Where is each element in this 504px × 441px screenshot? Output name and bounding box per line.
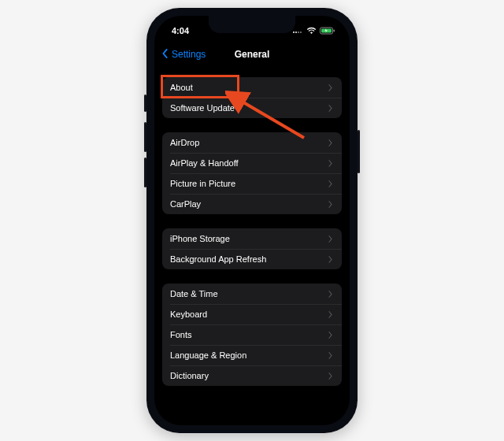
chevron-right-icon	[327, 84, 334, 91]
chevron-right-icon	[327, 201, 334, 208]
battery-charging-icon	[320, 27, 335, 35]
svg-point-3	[300, 32, 302, 33]
chevron-right-icon	[327, 256, 334, 263]
settings-group-2: AirDrop AirPlay & Handoff Picture in Pic…	[162, 132, 342, 214]
chevron-right-icon	[327, 311, 334, 318]
svg-point-1	[295, 32, 297, 33]
volume-down-button	[144, 158, 146, 187]
chevron-right-icon	[327, 235, 334, 243]
side-button	[144, 94, 146, 112]
row-label: AirPlay & Handoff	[170, 158, 239, 168]
row-software-update[interactable]: Software Update	[162, 98, 342, 118]
page-title: General	[235, 49, 270, 60]
row-background-app-refresh[interactable]: Background App Refresh	[162, 249, 342, 269]
notch	[209, 16, 295, 33]
back-label: Settings	[172, 49, 206, 60]
svg-point-2	[298, 32, 299, 33]
settings-group-1: About Software Update	[162, 77, 342, 118]
content: About Software Update AirDrop AirPlay & …	[154, 66, 350, 386]
chevron-right-icon	[327, 105, 334, 112]
row-about[interactable]: About	[162, 77, 342, 98]
wifi-icon	[306, 27, 317, 35]
volume-up-button	[144, 122, 146, 152]
row-label: CarPlay	[170, 199, 201, 209]
row-iphone-storage[interactable]: iPhone Storage	[162, 228, 342, 249]
settings-group-4: Date & Time Keyboard Fonts Language & Re…	[162, 284, 342, 386]
row-dictionary[interactable]: Dictionary	[162, 365, 342, 386]
row-airplay-handoff[interactable]: AirPlay & Handoff	[162, 153, 342, 173]
row-label: About	[170, 83, 193, 92]
row-label: Fonts	[170, 330, 192, 339]
phone-frame: 4:04 Settings General	[146, 8, 358, 433]
row-date-time[interactable]: Date & Time	[162, 284, 342, 304]
power-button	[358, 130, 360, 173]
status-right	[292, 27, 335, 35]
screen: 4:04 Settings General	[154, 16, 350, 425]
chevron-right-icon	[327, 291, 334, 298]
row-label: Language & Region	[170, 350, 246, 360]
chevron-left-icon	[161, 49, 170, 61]
row-carplay[interactable]: CarPlay	[162, 194, 342, 214]
chevron-right-icon	[327, 180, 334, 187]
status-time: 4:04	[172, 26, 189, 35]
row-label: AirDrop	[170, 138, 199, 147]
chevron-right-icon	[327, 139, 334, 146]
row-label: Dictionary	[170, 371, 209, 380]
row-language-region[interactable]: Language & Region	[162, 345, 342, 365]
row-keyboard[interactable]: Keyboard	[162, 304, 342, 324]
row-label: Background App Refresh	[170, 254, 266, 264]
svg-point-0	[293, 32, 295, 33]
settings-group-3: iPhone Storage Background App Refresh	[162, 228, 342, 269]
chevron-right-icon	[327, 160, 334, 167]
nav-bar: Settings General	[154, 43, 350, 66]
row-label: Keyboard	[170, 309, 207, 319]
row-picture-in-picture[interactable]: Picture in Picture	[162, 173, 342, 194]
cellular-dots-icon	[292, 28, 303, 34]
svg-rect-5	[334, 30, 335, 32]
chevron-right-icon	[327, 332, 334, 339]
row-label: Date & Time	[170, 289, 218, 298]
row-label: Software Update	[170, 103, 235, 113]
back-button[interactable]: Settings	[161, 49, 206, 61]
row-airdrop[interactable]: AirDrop	[162, 132, 342, 153]
row-label: iPhone Storage	[170, 234, 230, 243]
chevron-right-icon	[327, 372, 334, 380]
chevron-right-icon	[327, 352, 334, 359]
row-label: Picture in Picture	[170, 179, 235, 188]
row-fonts[interactable]: Fonts	[162, 324, 342, 345]
